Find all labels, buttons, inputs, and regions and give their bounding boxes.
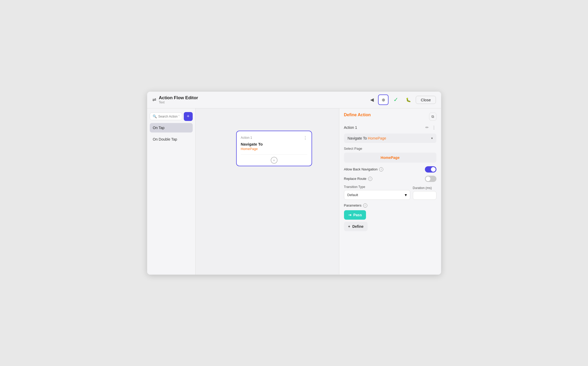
add-trigger-button[interactable]: + <box>184 112 193 121</box>
duration-col: Duration (ms) <box>413 186 436 200</box>
canvas: Action 1 ⋮ Navigate To HomePage + <box>196 108 339 275</box>
transition-type-label: Transition Type <box>344 185 410 189</box>
allow-back-nav-info-icon[interactable]: i <box>379 167 383 171</box>
header-left: ⇌ Action Flow Editor Text <box>152 95 198 104</box>
plus-icon: + <box>273 158 275 162</box>
add-action-button[interactable]: + <box>271 157 278 164</box>
action-card[interactable]: Action 1 ⋮ Navigate To HomePage + <box>236 131 312 166</box>
transition-chevron-icon: ▾ <box>405 192 407 197</box>
chevron-down-icon: ▾ <box>431 136 433 140</box>
search-icon: 🔍 <box>153 114 157 118</box>
define-icon: + <box>348 224 350 229</box>
header-right: ◀︎ ⊕ ✓ 🐛 Close <box>368 95 436 105</box>
duration-label: Duration (ms) <box>413 186 436 190</box>
pass-icon: ⇥ <box>348 213 351 217</box>
dots-vertical-icon: ⋮ <box>432 125 436 130</box>
sidebar: 🔍 + On Tap On Double Tap <box>147 108 196 275</box>
panel-action-icons: ✏ ⋮ <box>425 125 436 130</box>
sidebar-item-on-double-tap[interactable]: On Double Tap <box>150 135 193 144</box>
transition-type-col: Transition Type Default ▾ <box>344 185 410 200</box>
pass-label: Pass <box>353 213 362 217</box>
header-title: Action Flow Editor <box>159 95 198 101</box>
action-type-dropdown[interactable]: Navigate To HomePage ▾ <box>344 134 436 143</box>
allow-back-nav-toggle[interactable] <box>425 166 436 173</box>
copy-icon: ⧉ <box>431 114 434 119</box>
flow-icon: ⇌ <box>152 97 156 103</box>
pass-button[interactable]: ⇥ Pass <box>344 210 366 220</box>
search-bar: 🔍 <box>150 113 182 120</box>
plus-icon: + <box>187 114 190 119</box>
parameters-label: Parameters <box>344 203 362 207</box>
debug-button[interactable]: 🐛 <box>403 95 414 105</box>
parameters-header: Parameters i <box>344 203 436 208</box>
action-dropdown-text: Navigate To HomePage <box>348 136 386 140</box>
replace-route-toggle[interactable] <box>425 176 436 182</box>
edit-action-button[interactable]: ✏ <box>425 125 429 130</box>
allow-back-nav-label: Allow Back Navigation <box>344 167 378 171</box>
action-card-title: Navigate To <box>241 142 307 146</box>
header-subtitle: Text <box>159 101 198 104</box>
check-icon: ✓ <box>393 96 398 103</box>
action-card-menu-icon[interactable]: ⋮ <box>303 135 307 140</box>
replace-route-info-icon[interactable]: i <box>368 177 372 181</box>
define-button[interactable]: + Define <box>344 222 368 231</box>
panel-action-name: Action 1 <box>344 125 357 130</box>
transition-row: Transition Type Default ▾ Duration (ms) <box>344 185 436 200</box>
action-card-subtitle: HomePage <box>241 147 307 151</box>
header: ⇌ Action Flow Editor Text ◀︎ ⊕ ✓ 🐛 Close <box>147 92 441 108</box>
panel-title: Define Action <box>344 113 371 117</box>
app-container: ⇌ Action Flow Editor Text ◀︎ ⊕ ✓ 🐛 Close <box>147 92 441 275</box>
collapse-button[interactable]: ◀︎ <box>368 96 376 104</box>
right-panel: Define Action ⧉ Action 1 ✏ ⋮ <box>339 108 441 275</box>
sidebar-top-row: 🔍 + <box>150 112 193 121</box>
replace-route-row: Replace Route i <box>344 176 436 182</box>
duration-input[interactable] <box>413 191 436 200</box>
select-page-button[interactable]: HomePage <box>344 153 436 163</box>
allow-back-navigation-row: Allow Back Navigation i <box>344 166 436 173</box>
check-button[interactable]: ✓ <box>391 95 401 105</box>
define-label: Define <box>352 224 364 229</box>
sidebar-item-on-tap[interactable]: On Tap <box>150 123 193 132</box>
transition-type-value: Default <box>347 193 358 197</box>
allow-back-nav-label-row: Allow Back Navigation i <box>344 167 384 171</box>
replace-route-label-row: Replace Route i <box>344 177 372 181</box>
main-layout: 🔍 + On Tap On Double Tap Action 1 ⋮ Navi… <box>147 108 441 275</box>
select-page-label: Select Page <box>344 147 436 151</box>
replace-route-label: Replace Route <box>344 177 367 181</box>
more-action-button[interactable]: ⋮ <box>431 125 436 130</box>
action-card-header: Action 1 ⋮ <box>241 135 307 140</box>
cursor-tool-button[interactable]: ⊕ <box>378 95 389 105</box>
cursor-icon: ⊕ <box>382 97 385 102</box>
transition-type-dropdown[interactable]: Default ▾ <box>344 190 410 200</box>
action-card-label: Action 1 <box>241 136 252 140</box>
header-title-block: Action Flow Editor Text <box>159 95 198 104</box>
search-input[interactable] <box>158 115 179 118</box>
pencil-icon: ✏ <box>425 125 429 130</box>
bug-icon: 🐛 <box>406 97 411 102</box>
parameters-info-icon[interactable]: i <box>363 203 367 208</box>
panel-action-row: Action 1 ✏ ⋮ <box>344 125 436 130</box>
close-button[interactable]: Close <box>416 96 436 104</box>
action-card-footer: + <box>241 154 307 166</box>
panel-copy-button[interactable]: ⧉ <box>429 113 436 121</box>
